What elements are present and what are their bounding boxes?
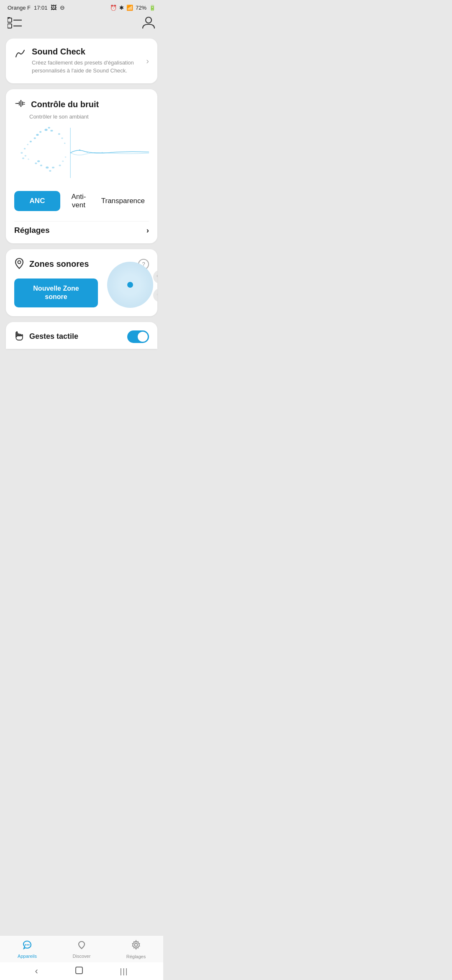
transparence-button[interactable]: Transparence [97, 191, 149, 211]
svg-rect-1 [8, 24, 12, 28]
svg-point-38 [65, 156, 67, 157]
svg-point-19 [28, 158, 29, 160]
svg-point-44 [18, 260, 21, 263]
svg-point-40 [79, 149, 81, 150]
svg-point-15 [24, 148, 26, 150]
status-bar: Orange F 17:01 🖼 ⊖ ⏰ ✱ 📶 72% 🔋 [0, 0, 163, 13]
noise-control-title: Contrôle du bruit [31, 100, 99, 109]
zone-circle-inner [127, 282, 133, 288]
top-nav-left[interactable] [8, 17, 22, 29]
nouvelle-zone-button[interactable]: Nouvelle Zone sonore [14, 279, 98, 308]
noise-reglages-chevron[interactable]: › [146, 226, 149, 235]
svg-point-32 [52, 167, 54, 168]
svg-point-43 [102, 152, 103, 153]
zones-sonores-title: Zones sonores [29, 259, 89, 269]
noise-reglages-label: Réglages [14, 226, 49, 235]
time-text: 17:01 [34, 5, 48, 11]
anc-button[interactable]: ANC [14, 191, 60, 211]
svg-point-6 [146, 17, 152, 23]
svg-point-16 [27, 144, 28, 145]
sound-check-description: Créez facilement des presets d'égalisati… [32, 59, 141, 75]
anti-vent-button[interactable]: Anti-vent [67, 187, 90, 215]
alarm-icon: ⏰ [110, 5, 117, 11]
top-nav [0, 13, 163, 35]
svg-point-22 [36, 134, 39, 135]
svg-point-28 [48, 127, 50, 129]
add-list-icon[interactable] [8, 17, 22, 29]
gestes-tactile-title: Gestes tactile [29, 332, 78, 341]
svg-point-20 [22, 157, 24, 159]
zones-title-row: Zones sonores [14, 258, 89, 271]
sound-check-chevron[interactable]: › [146, 56, 149, 66]
svg-point-42 [94, 152, 95, 153]
svg-point-26 [35, 162, 37, 164]
svg-point-35 [64, 142, 66, 144]
svg-point-21 [34, 137, 36, 139]
svg-point-18 [25, 155, 26, 157]
svg-point-37 [62, 160, 64, 162]
status-right: ⏰ ✱ 📶 72% 🔋 [110, 5, 156, 11]
svg-point-27 [44, 129, 47, 131]
svg-point-41 [87, 152, 88, 153]
svg-point-36 [59, 165, 61, 166]
gestes-icon [14, 331, 24, 343]
zones-pin-icon [14, 258, 24, 271]
svg-point-17 [30, 141, 32, 142]
svg-point-25 [40, 165, 42, 166]
sound-check-card[interactable]: Sound Check Créez facilement des presets… [6, 39, 157, 83]
battery-text: 72% [136, 5, 146, 11]
status-left: Orange F 17:01 🖼 ⊖ [8, 4, 65, 11]
bluetooth-icon: ✱ [119, 5, 124, 11]
waveform-visualization [14, 126, 149, 180]
sound-check-icon [14, 48, 26, 62]
wifi-icon: 📶 [126, 5, 133, 11]
svg-point-34 [61, 137, 63, 139]
sound-check-text: Sound Check Créez facilement des presets… [32, 47, 141, 75]
svg-point-29 [50, 130, 53, 132]
dnd-icon: ⊖ [60, 4, 65, 11]
battery-icon: 🔋 [149, 5, 156, 11]
zone-pin-1 [153, 270, 157, 284]
svg-point-30 [46, 166, 49, 168]
zone-pins [153, 270, 157, 302]
noise-control-subtitle: Contrôler le son ambiant [29, 113, 149, 120]
svg-point-31 [49, 170, 51, 172]
anc-buttons: ANC Anti-vent Transparence [14, 187, 149, 215]
noise-control-card: Contrôle du bruit Contrôler le son ambia… [6, 89, 157, 243]
profile-button[interactable] [141, 15, 156, 31]
gestes-toggle[interactable] [127, 330, 149, 343]
noise-icon [14, 98, 26, 112]
gestes-tactile-card: Gestes tactile [6, 322, 157, 349]
noise-card-header: Contrôle du bruit [14, 98, 149, 112]
noise-reglages-row[interactable]: Réglages › [14, 221, 149, 235]
svg-point-33 [58, 133, 60, 135]
partial-left: Gestes tactile [14, 331, 78, 343]
sound-check-title: Sound Check [32, 47, 141, 57]
svg-point-24 [37, 160, 40, 162]
zone-visual [107, 262, 157, 316]
sound-check-left: Sound Check Créez facilement des presets… [14, 47, 141, 75]
zone-circle-outer [107, 262, 153, 308]
zones-sonores-card: Zones sonores ? Nouvelle Zone sonore [6, 249, 157, 316]
zone-pin-2 [153, 289, 157, 302]
svg-point-14 [21, 152, 23, 154]
photo-icon: 🖼 [51, 4, 56, 11]
svg-point-23 [39, 131, 41, 133]
main-content: Sound Check Créez facilement des presets… [0, 35, 163, 413]
carrier-text: Orange F [8, 5, 31, 11]
